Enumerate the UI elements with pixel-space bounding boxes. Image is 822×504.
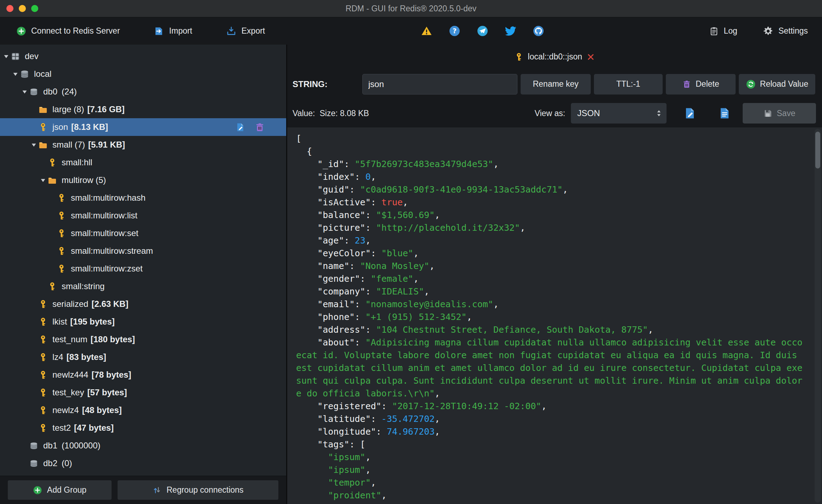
tree-item-size: [8.13 KB] — [71, 122, 108, 132]
tree-item-label: test_key — [52, 388, 84, 397]
reload-value-button[interactable]: Reload Value — [739, 74, 815, 94]
import-button[interactable]: Import — [154, 26, 192, 36]
json-line: "tempor", — [296, 476, 822, 489]
tree-item-small-multirow-stream[interactable]: small:multirow:stream — [0, 242, 286, 260]
json-token: , — [429, 261, 435, 271]
tab-local-db0-json[interactable]: local::db0::json — [514, 52, 595, 62]
collapse-arrow-icon[interactable] — [38, 178, 47, 183]
view-as-select[interactable]: JSON — [571, 103, 667, 124]
tree-item-small-multirow-list[interactable]: small:multirow:list — [0, 207, 286, 224]
tree-item-small-multirow-hash[interactable]: small:multirow:hash — [0, 189, 286, 207]
save-button[interactable]: Save — [743, 103, 816, 124]
folder-icon — [47, 176, 57, 185]
json-token: "age": — [296, 235, 355, 246]
tree-item-serialized[interactable]: serialized[2.63 KB] — [0, 295, 286, 313]
ttl-button[interactable]: TTL:-1 — [594, 74, 663, 94]
gear-icon — [763, 26, 773, 36]
tree-item-large-8-[interactable]: large (8)[7.16 GB] — [0, 101, 286, 118]
connect-to-server-button[interactable]: Connect to Redis Server — [16, 26, 120, 36]
value-scrollbar-thumb[interactable] — [815, 132, 820, 168]
tree-item-small-7-[interactable]: small (7)[5.91 KB] — [0, 136, 286, 154]
tree-item-test-num[interactable]: test_num[180 bytes] — [0, 331, 286, 348]
tree-item-local[interactable]: local — [0, 65, 286, 83]
tree-item-label: small:multirow:zset — [71, 264, 143, 274]
rename-key-button[interactable]: Rename key — [521, 74, 591, 94]
tree-item-actions — [235, 122, 265, 132]
close-window-button[interactable] — [6, 5, 13, 12]
tree-item-newlz444[interactable]: newlz444[78 bytes] — [0, 366, 286, 384]
delete-key-icon[interactable] — [255, 122, 265, 132]
help-icon[interactable]: ? — [449, 25, 460, 37]
zoom-window-button[interactable] — [31, 5, 38, 12]
json-value-editor[interactable]: [ { "_id": "5f7b26973c483ea3479d4e53", "… — [287, 127, 822, 504]
export-label: Export — [242, 26, 265, 36]
minimize-window-button[interactable] — [19, 5, 26, 12]
json-token: "$1,560.69" — [376, 210, 435, 220]
add-group-label: Add Group — [47, 485, 86, 495]
tree-item-size: [7.16 GB] — [87, 104, 124, 114]
settings-button[interactable]: Settings — [763, 26, 808, 36]
db-icon — [29, 441, 39, 451]
regroup-arrows-icon — [152, 486, 161, 495]
tree-item-test2[interactable]: test2[47 bytes] — [0, 419, 286, 437]
key-name-input[interactable] — [362, 74, 517, 94]
json-token — [296, 477, 328, 488]
tree-item-label: small:string — [62, 281, 104, 291]
twitter-icon[interactable] — [505, 25, 516, 37]
regroup-connections-button[interactable]: Regroup connections — [118, 480, 278, 500]
tree-item-size: [47 bytes] — [74, 423, 114, 433]
tree-item-label: test2 — [52, 423, 71, 433]
json-line: ecat id. Voluptate labore dolore amet no… — [296, 349, 822, 362]
log-button[interactable]: Log — [709, 26, 737, 36]
key-icon — [38, 388, 48, 397]
tree-item-lz4[interactable]: lz4[83 bytes] — [0, 348, 286, 366]
tree-item-count: (1000000) — [62, 441, 100, 451]
export-button[interactable]: Export — [226, 26, 265, 36]
collapse-arrow-icon[interactable] — [20, 89, 29, 94]
rename-key-label: Rename key — [533, 79, 578, 89]
add-group-button[interactable]: Add Group — [8, 480, 112, 500]
key-icon — [47, 158, 57, 167]
tree-item-json[interactable]: json[8.13 KB] — [0, 118, 286, 136]
tree-item-db0[interactable]: db0(24) — [0, 83, 286, 101]
tree-item-small-multirow-zset[interactable]: small:multirow:zset — [0, 260, 286, 277]
edit-value-icon[interactable] — [235, 122, 245, 132]
connections-sidebar: devlocaldb0(24)large (8)[7.16 GB]json[8.… — [0, 45, 287, 504]
tree-item-label: dev — [25, 51, 39, 61]
tree-item-dev[interactable]: dev — [0, 47, 286, 65]
tree-item-newlz4[interactable]: newlz4[48 bytes] — [0, 401, 286, 419]
json-code: [ { "_id": "5f7b26973c483ea3479d4e53", "… — [287, 127, 822, 502]
value-scrollbar[interactable] — [815, 129, 821, 503]
tab-close-icon[interactable] — [586, 53, 595, 61]
tree-item-test-key[interactable]: test_key[57 bytes] — [0, 384, 286, 401]
key-type-label: STRING: — [293, 79, 359, 89]
trash-icon — [682, 80, 691, 89]
tree-item-small-multirow-set[interactable]: small:multirow:set — [0, 224, 286, 242]
tree-item-small-string[interactable]: small:string — [0, 277, 286, 295]
json-token — [296, 452, 328, 462]
warning-icon[interactable] — [421, 25, 432, 37]
tree-item-small-hll[interactable]: small:hll — [0, 154, 286, 171]
json-token: "email": — [296, 299, 365, 309]
view-as-text-icon[interactable] — [718, 107, 731, 120]
content-area: devlocaldb0(24)large (8)[7.16 GB]json[8.… — [0, 45, 822, 504]
delete-key-button[interactable]: Delete — [666, 74, 736, 94]
key-controls-row: STRING: Rename key TTL:-1 Delete Reload … — [287, 69, 822, 99]
collapse-arrow-icon[interactable] — [1, 54, 11, 59]
json-line: sunt qui culpa culpa. Sunt incididunt cu… — [296, 374, 822, 387]
tree-item-lkist[interactable]: lkist[195 bytes] — [0, 313, 286, 331]
github-icon[interactable] — [533, 25, 544, 37]
json-token: , — [435, 388, 440, 399]
collapse-arrow-icon[interactable] — [11, 71, 20, 77]
tree-item-db2[interactable]: db2(0) — [0, 454, 286, 472]
open-in-editor-icon[interactable] — [683, 107, 697, 120]
tree-item-label: small:hll — [62, 158, 92, 167]
json-token: , — [648, 325, 653, 335]
tree-item-db1[interactable]: db1(1000000) — [0, 437, 286, 454]
tree-item-multirow-5-[interactable]: multirow (5) — [0, 171, 286, 189]
tab-bar: local::db0::json — [287, 45, 822, 69]
collapse-arrow-icon[interactable] — [29, 142, 38, 148]
json-token: , — [467, 312, 472, 322]
telegram-icon[interactable] — [477, 25, 488, 37]
key-icon — [47, 282, 57, 291]
